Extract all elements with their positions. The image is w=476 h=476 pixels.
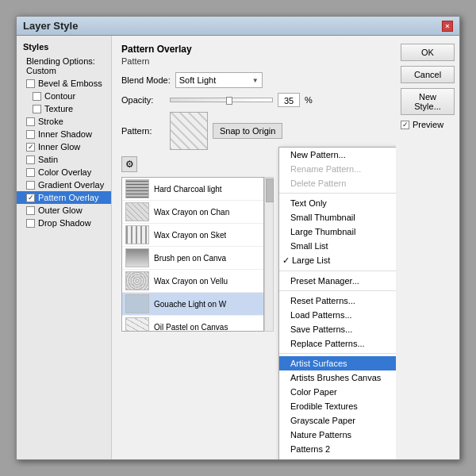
ctx-replace-patterns[interactable]: Replace Patterns... — [279, 336, 396, 351]
blend-mode-arrow: ▼ — [252, 77, 259, 84]
pattern-item-name: Wax Crayon on Sket — [154, 231, 226, 240]
preview-row: Preview — [401, 120, 455, 129]
list-item[interactable]: Brush pen on Canva — [122, 247, 263, 270]
sidebar-item-satin[interactable]: Satin — [17, 153, 111, 166]
sidebar-item-texture[interactable]: Texture — [17, 102, 111, 115]
pattern-preview-icon — [125, 248, 149, 267]
pattern-label: Pattern: — [121, 126, 165, 136]
blend-mode-label: Blend Mode: — [121, 75, 171, 85]
inner-shadow-checkbox[interactable] — [26, 130, 35, 139]
ctx-small-list[interactable]: Small List — [279, 239, 396, 253]
pattern-row: Pattern: Snap to Origin — [121, 112, 386, 150]
contour-label: Contour — [44, 91, 75, 101]
sidebar-item-blending[interactable]: Blending Options: Custom — [17, 55, 111, 77]
ctx-load-patterns[interactable]: Load Patterns... — [279, 308, 396, 322]
pattern-preview-icon — [125, 202, 149, 221]
list-item[interactable]: Wax Crayon on Vellu — [122, 270, 263, 293]
ctx-artist-surfaces[interactable]: Artist Surfaces — [279, 356, 396, 370]
new-style-button[interactable]: New Style... — [401, 88, 455, 115]
list-item[interactable]: Wax Crayon on Chan — [122, 201, 263, 224]
right-buttons: OK Cancel New Style... Preview — [396, 36, 459, 459]
close-button[interactable]: × — [442, 21, 453, 32]
pattern-overlay-checkbox[interactable] — [26, 194, 35, 202]
outer-glow-checkbox[interactable] — [26, 206, 35, 215]
preview-checkbox[interactable] — [401, 121, 409, 129]
ctx-large-thumbnail[interactable]: Large Thumbnail — [279, 225, 396, 239]
scrollbar-thumb[interactable] — [266, 178, 274, 202]
pattern-item-name: Hard Charcoal light — [154, 185, 222, 194]
ctx-patterns[interactable]: Patterns — [279, 456, 396, 459]
color-overlay-checkbox[interactable] — [26, 168, 35, 177]
ctx-reset-patterns[interactable]: Reset Patterns... — [279, 294, 396, 308]
sidebar-item-gradient-overlay[interactable]: Gradient Overlay — [17, 178, 111, 191]
pattern-item-name: Gouache Light on W — [154, 300, 226, 309]
sidebar-item-contour[interactable]: Contour — [17, 90, 111, 102]
sidebar-item-pattern-overlay[interactable]: Pattern Overlay — [17, 191, 111, 204]
ctx-grayscale-paper[interactable]: Grayscale Paper — [279, 413, 396, 428]
opacity-slider[interactable] — [170, 98, 273, 102]
ctx-rename-pattern: Rename Pattern... — [279, 162, 396, 176]
pattern-preview-icon — [125, 294, 149, 313]
ctx-nature-patterns[interactable]: Nature Patterns — [279, 428, 396, 442]
opacity-thumb[interactable] — [226, 97, 232, 105]
sidebar-item-outer-glow[interactable]: Outer Glow — [17, 204, 111, 217]
ctx-preset-manager[interactable]: Preset Manager... — [279, 274, 396, 288]
pattern-overlay-label: Pattern Overlay — [38, 193, 98, 202]
opacity-percent: % — [305, 95, 313, 105]
list-item[interactable]: Wax Crayon on Sket — [122, 224, 263, 247]
list-item[interactable]: Hard Charcoal light — [122, 178, 263, 201]
pattern-preview-icon — [125, 317, 149, 332]
ctx-large-list[interactable]: ✓Large List — [279, 253, 396, 268]
ctx-patterns-2[interactable]: Patterns 2 — [279, 442, 396, 456]
sidebar-item-inner-glow[interactable]: Inner Glow — [17, 140, 111, 153]
ctx-text-only[interactable]: Text Only — [279, 196, 396, 210]
sidebar-item-drop-shadow[interactable]: Drop Shadow — [17, 217, 111, 229]
stroke-checkbox[interactable] — [26, 117, 35, 126]
pattern-list-scroll-area: Hard Charcoal light Wax Crayon on Chan W… — [121, 177, 274, 332]
texture-checkbox[interactable] — [33, 105, 41, 113]
ctx-small-thumbnail[interactable]: Small Thumbnail — [279, 210, 396, 225]
ok-button[interactable]: OK — [401, 44, 455, 61]
ctx-erodible-textures[interactable]: Erodible Textures — [279, 399, 396, 413]
layer-style-dialog: Layer Style × Styles Blending Options: C… — [16, 16, 460, 460]
bevel-checkbox[interactable] — [26, 79, 35, 88]
pattern-list-scrollbar[interactable] — [264, 177, 274, 332]
cancel-button[interactable]: Cancel — [401, 66, 455, 83]
opacity-row: Opacity: 35 % — [121, 93, 386, 107]
ctx-new-pattern[interactable]: New Pattern... — [279, 148, 396, 162]
list-item[interactable]: Oil Pastel on Canvas — [122, 316, 263, 332]
blend-mode-select[interactable]: Soft Light ▼ — [175, 72, 263, 88]
sidebar-item-color-overlay[interactable]: Color Overlay — [17, 166, 111, 178]
sidebar-title: Styles — [17, 40, 111, 55]
context-menu: New Pattern... Rename Pattern... Delete … — [278, 147, 396, 459]
contour-checkbox[interactable] — [33, 92, 41, 101]
pattern-item-name: Oil Pastel on Canvas — [154, 323, 228, 332]
main-area: Pattern Overlay Pattern Blend Mode: Soft… — [112, 36, 396, 459]
opacity-value[interactable]: 35 — [278, 93, 300, 107]
gradient-overlay-checkbox[interactable] — [26, 181, 35, 190]
title-bar: Layer Style × — [17, 17, 459, 36]
color-overlay-label: Color Overlay — [38, 167, 91, 177]
drop-shadow-checkbox[interactable] — [26, 219, 35, 228]
large-list-check: ✓ — [282, 255, 292, 266]
ctx-sep-2 — [279, 271, 396, 271]
outer-glow-label: Outer Glow — [38, 205, 83, 215]
pattern-thumbnail[interactable] — [170, 112, 208, 150]
list-toolbar: ⚙ — [121, 156, 274, 172]
ctx-save-patterns[interactable]: Save Patterns... — [279, 322, 396, 336]
sidebar-item-inner-shadow[interactable]: Inner Shadow — [17, 128, 111, 140]
dialog-body: Styles Blending Options: Custom Bevel & … — [17, 36, 459, 459]
ctx-artists-brushes[interactable]: Artists Brushes Canvas — [279, 370, 396, 385]
gear-button[interactable]: ⚙ — [121, 156, 137, 172]
inner-glow-label: Inner Glow — [38, 142, 80, 152]
snap-to-origin-button[interactable]: Snap to Origin — [213, 123, 282, 139]
satin-checkbox[interactable] — [26, 155, 35, 164]
sidebar-item-bevel[interactable]: Bevel & Emboss — [17, 77, 111, 90]
inner-glow-checkbox[interactable] — [26, 143, 35, 152]
list-item-selected[interactable]: Gouache Light on W — [122, 293, 263, 316]
pattern-list[interactable]: Hard Charcoal light Wax Crayon on Chan W… — [121, 177, 264, 332]
inner-shadow-label: Inner Shadow — [38, 129, 92, 139]
ctx-color-paper[interactable]: Color Paper — [279, 385, 396, 399]
sidebar-item-stroke[interactable]: Stroke — [17, 115, 111, 128]
blend-mode-row: Blend Mode: Soft Light ▼ — [121, 72, 386, 88]
